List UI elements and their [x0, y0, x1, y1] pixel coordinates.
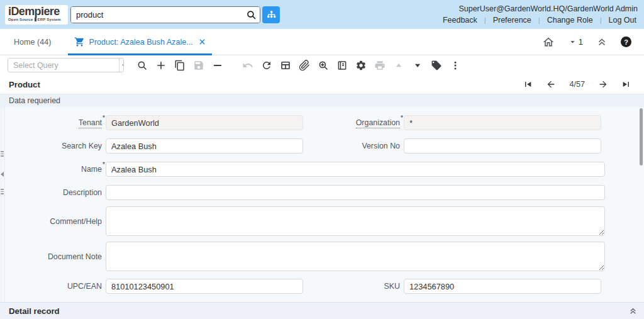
open-windows-count: 1: [579, 37, 583, 47]
search-key-field[interactable]: [106, 138, 303, 154]
home-button[interactable]: [542, 36, 555, 48]
app-logo[interactable]: iDempiere Open Source ERP System: [5, 5, 68, 25]
form-row-upc-sku: UPC/EAN SKU: [5, 279, 644, 294]
organization-label[interactable]: Organization: [356, 118, 400, 128]
record-info-button[interactable]: [334, 57, 350, 74]
triangle-down-icon: [413, 61, 422, 70]
collapse-header-button[interactable]: [596, 36, 608, 48]
grid-icon: [280, 60, 291, 71]
logo-divider: [35, 18, 36, 21]
global-search-input[interactable]: [71, 7, 242, 23]
help-button[interactable]: ?: [621, 36, 631, 47]
triangle-up-icon: [394, 61, 403, 70]
form-row-name: Name: [5, 162, 644, 177]
undo-button[interactable]: [240, 57, 256, 74]
user-area: SuperUser@GardenWorld.HQ/GardenWorld Adm…: [441, 4, 638, 26]
version-no-field[interactable]: [404, 138, 601, 154]
version-no-label: Version No: [303, 142, 404, 150]
name-label: Name: [81, 165, 102, 174]
tag-icon: [431, 60, 442, 71]
copy-record-button[interactable]: [172, 57, 188, 74]
arrow-right-icon: [598, 79, 608, 89]
splitter-grip-icon: [1, 151, 4, 157]
sitemap-icon: [266, 9, 277, 20]
double-chevron-up-icon: [596, 36, 608, 48]
status-bar: Data requeried: [0, 94, 644, 107]
tab-close-icon[interactable]: [199, 38, 206, 45]
west-panel-splitter[interactable]: [0, 107, 5, 302]
link-separator: |: [538, 14, 540, 26]
description-label: Description: [5, 188, 106, 197]
first-record-button[interactable]: [523, 79, 533, 89]
previous-record-button[interactable]: [546, 79, 556, 89]
record-position: 4/57: [569, 80, 585, 89]
undo-icon: [242, 60, 253, 71]
tenant-label[interactable]: Tenant: [79, 118, 102, 128]
logo-title: iDempiere: [8, 6, 65, 18]
vertical-scrollbar[interactable]: [640, 108, 643, 165]
detail-record-bar[interactable]: Detail record: [0, 302, 644, 319]
delete-record-button[interactable]: [209, 57, 226, 74]
description-field[interactable]: [106, 185, 605, 200]
search-key-label: Search Key: [5, 142, 106, 150]
record-tab-title: Product: [9, 80, 40, 89]
new-record-button[interactable]: [153, 57, 169, 74]
find-icon: [136, 60, 148, 71]
zoom-across-button[interactable]: [315, 57, 331, 74]
arrow-left-icon: [546, 79, 556, 89]
find-button[interactable]: [134, 57, 150, 74]
search-button[interactable]: [242, 7, 260, 23]
question-mark-icon: ?: [624, 38, 628, 46]
splitter-grip-icon: [1, 189, 4, 194]
plus-icon: [155, 60, 167, 71]
more-options-button[interactable]: [447, 57, 464, 74]
sku-field[interactable]: [404, 279, 601, 294]
save-icon: [193, 60, 204, 71]
global-search: [70, 6, 280, 23]
detail-record-button[interactable]: [409, 57, 426, 74]
refresh-icon: [261, 60, 272, 71]
logo-subtitle: Open Source ERP System: [8, 18, 65, 22]
paperclip-icon: [299, 60, 310, 71]
document-note-label: Document Note: [5, 252, 106, 261]
change-role-link[interactable]: Change Role: [546, 14, 594, 26]
header-links: Feedback| Preference| Change Role| Log O…: [441, 14, 638, 26]
tab-product-window[interactable]: Product: Azalea Bush Azale...: [68, 29, 212, 55]
process-button[interactable]: [353, 57, 369, 74]
select-query-input[interactable]: [8, 59, 119, 72]
logout-link[interactable]: Log Out: [608, 14, 638, 26]
select-query-dropdown-button[interactable]: [119, 59, 124, 72]
copy-icon: [174, 60, 186, 71]
preference-link[interactable]: Preference: [492, 14, 533, 26]
comment-help-field[interactable]: [106, 206, 605, 236]
last-record-icon: [621, 79, 631, 89]
link-separator: |: [600, 14, 602, 26]
attachment-button[interactable]: [296, 57, 313, 74]
vertical-ellipsis-icon: [450, 60, 461, 71]
open-windows-selector[interactable]: 1: [568, 37, 583, 47]
tab-label: Product: Azalea Bush Azale...: [89, 38, 193, 47]
save-button[interactable]: [191, 57, 207, 74]
upc-ean-field[interactable]: [106, 279, 303, 294]
last-record-button[interactable]: [621, 79, 631, 89]
splitter-collapse-icon[interactable]: [1, 172, 4, 177]
feedback-link[interactable]: Feedback: [441, 14, 479, 26]
record-navigation: 4/57: [523, 79, 631, 89]
print-button[interactable]: [372, 57, 388, 74]
record-header: Product 4/57: [0, 75, 644, 94]
form-row-document-note: Document Note: [5, 242, 644, 271]
tab-home[interactable]: Home (44): [8, 29, 58, 55]
document-note-field[interactable]: [106, 242, 605, 271]
expand-detail-button[interactable]: [628, 306, 638, 316]
next-record-button[interactable]: [598, 79, 608, 89]
grid-toggle-button[interactable]: [277, 57, 294, 74]
name-field[interactable]: [106, 162, 605, 177]
first-record-icon: [523, 79, 533, 89]
parent-record-button[interactable]: [391, 57, 407, 74]
upc-ean-label: UPC/EAN: [5, 282, 106, 291]
label-button[interactable]: [428, 57, 445, 74]
requery-button[interactable]: [258, 57, 275, 74]
chevron-down-icon: [568, 37, 577, 47]
menu-tree-button[interactable]: [262, 6, 280, 23]
product-form: Tenant Organization Search Key Version N…: [0, 107, 644, 302]
